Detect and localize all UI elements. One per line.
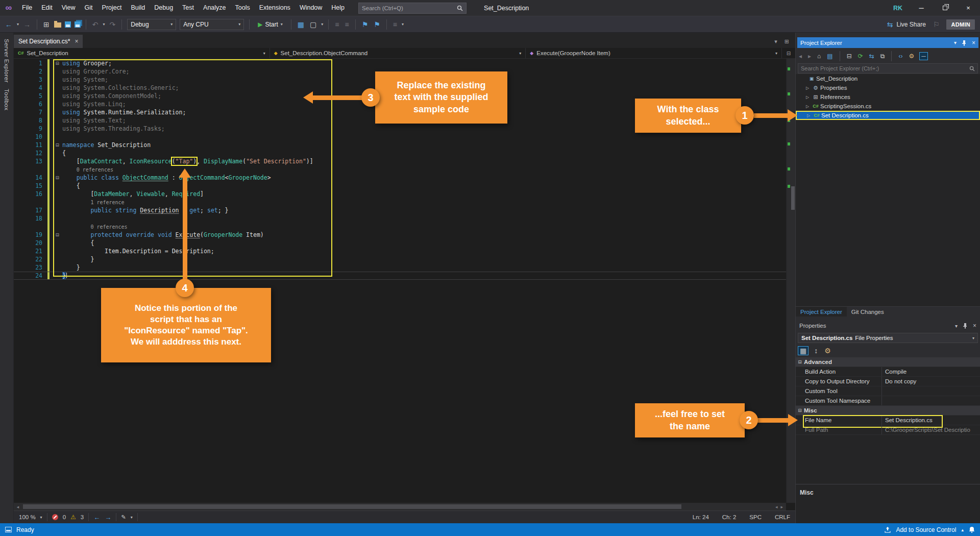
menu-test[interactable]: Test: [178, 0, 199, 16]
property-category-misc[interactable]: ⊟Misc: [796, 406, 980, 416]
save-all-icon[interactable]: [75, 21, 81, 28]
collapse-icon[interactable]: ⊟: [796, 408, 804, 413]
panel-tab-project-explorer[interactable]: Project Explorer: [796, 307, 847, 316]
menu-edit[interactable]: Edit: [37, 0, 57, 16]
chevron-right-icon[interactable]: ▷: [804, 95, 811, 100]
redo-icon[interactable]: ↷: [109, 20, 117, 29]
active-files-dropdown-icon[interactable]: ▾: [774, 38, 777, 45]
feedback-icon[interactable]: ⚐: [932, 20, 941, 29]
tab-toolbox[interactable]: Toolbox: [4, 89, 10, 110]
property-row-build-action[interactable]: Build ActionCompile: [796, 367, 980, 377]
forward-icon[interactable]: ▸: [807, 52, 812, 60]
tree-item-set-description[interactable]: ▣Set_Description: [796, 74, 980, 83]
solution-platform-dropdown[interactable]: Any CPU▾: [180, 19, 244, 30]
error-count[interactable]: 0: [63, 514, 66, 520]
chevron-down-icon[interactable]: ▾: [402, 22, 404, 27]
code-line-22[interactable]: 22 }: [14, 255, 786, 263]
code-line-15[interactable]: 15 {: [14, 182, 786, 190]
chevron-down-icon[interactable]: ▾: [321, 22, 323, 27]
pin-icon[interactable]: [963, 323, 968, 329]
sync-icon[interactable]: ⇆: [868, 52, 875, 60]
quick-search-input[interactable]: Search (Ctrl+Q): [358, 3, 467, 14]
alphabetical-sort-icon[interactable]: ↕: [813, 346, 819, 355]
chevron-down-icon[interactable]: ▾: [775, 51, 777, 56]
document-tab[interactable]: Set Description.cs* ×: [14, 35, 83, 48]
properties-object-dropdown[interactable]: Set Description.cs File Properties ▾: [798, 333, 978, 343]
close-icon[interactable]: ×: [75, 38, 78, 45]
bookmark-view-icon[interactable]: ▤: [826, 52, 834, 60]
close-icon[interactable]: ×: [973, 322, 976, 329]
undo-icon[interactable]: ↶: [91, 20, 100, 29]
properties-header[interactable]: Properties ▾ ×: [796, 321, 980, 331]
menu-analyze[interactable]: Analyze: [199, 0, 230, 16]
chevron-right-icon[interactable]: ▷: [805, 113, 812, 118]
code-line-13[interactable]: 13 [DataContract, IconResource("Tap"), D…: [14, 157, 786, 165]
notifications-bell-icon[interactable]: [969, 526, 975, 533]
more-commands-icon[interactable]: ≡: [392, 20, 398, 29]
navigate-forward-icon[interactable]: →: [105, 514, 111, 521]
account-avatar[interactable]: RK: [886, 5, 910, 12]
property-row-custom-tool[interactable]: Custom Tool: [796, 386, 980, 396]
live-share-button[interactable]: ⇆Live Share: [886, 20, 926, 29]
line-indent-icon[interactable]: ≡: [334, 20, 340, 29]
menu-file[interactable]: File: [17, 0, 37, 16]
undo-dropdown-icon[interactable]: ▾: [103, 22, 105, 27]
warning-count[interactable]: 3: [81, 514, 84, 520]
code-line-21[interactable]: 21 Item.Description = Description;: [14, 247, 786, 255]
home-icon[interactable]: ⌂: [816, 52, 822, 60]
open-folder-icon[interactable]: [54, 22, 61, 28]
add-to-source-control-button[interactable]: Add to Source Control: [896, 526, 956, 533]
tree-item-set-description-cs[interactable]: ▷C#Set Description.cs: [796, 111, 980, 120]
menu-git[interactable]: Git: [80, 0, 97, 16]
navigate-forward-icon[interactable]: →: [22, 20, 32, 29]
menu-view[interactable]: View: [57, 0, 80, 16]
navigate-backward-icon[interactable]: ←: [93, 514, 100, 521]
code-line-18[interactable]: 18: [14, 214, 786, 223]
chevron-down-icon[interactable]: ▾: [519, 51, 521, 56]
code-line-23[interactable]: 23 }: [14, 263, 786, 272]
code-line-20[interactable]: 20 {: [14, 239, 786, 247]
chevron-up-icon[interactable]: ▴: [961, 527, 964, 532]
menu-debug[interactable]: Debug: [150, 0, 178, 16]
scroll-left-icon[interactable]: ◂: [775, 504, 778, 509]
split-window-icon[interactable]: ⊟: [782, 51, 795, 56]
zoom-level[interactable]: 100 %: [19, 514, 36, 520]
line-indicator[interactable]: Ln: 24: [693, 514, 709, 520]
breadcrumb-execute-groopernode-item[interactable]: ◆Execute(GrooperNode Item)▾: [526, 48, 782, 58]
background-tasks-icon[interactable]: [5, 527, 12, 532]
fold-collapse-icon[interactable]: ⊟: [42, 174, 62, 182]
code-line-14[interactable]: 14⊟ public class ObjectCommand : ObjectC…: [14, 174, 786, 182]
back-icon[interactable]: ◂: [798, 52, 803, 60]
chevron-down-icon[interactable]: ▾: [263, 51, 265, 56]
solution-configuration-dropdown[interactable]: Debug▾: [127, 19, 176, 30]
minimize-button[interactable]: ─: [910, 0, 933, 16]
code-line-10[interactable]: 10: [14, 133, 786, 141]
chevron-right-icon[interactable]: ▷: [804, 86, 811, 90]
refresh-icon[interactable]: ⟳: [857, 52, 864, 60]
chevron-down-icon[interactable]: ▾: [40, 515, 42, 520]
start-debugging-button[interactable]: ▶Start▾: [255, 20, 286, 29]
code-line-16[interactable]: 16 [DataMember, Viewable, Required]: [14, 190, 786, 198]
property-pages-icon[interactable]: ⚙: [823, 346, 832, 355]
chevron-down-icon[interactable]: ▾: [955, 323, 958, 329]
vertical-scrollbar[interactable]: [786, 59, 795, 503]
code-line-24[interactable]: 24}: [14, 272, 786, 280]
window-options-icon[interactable]: ⊞: [785, 38, 789, 45]
scrollbar-thumb[interactable]: [23, 504, 681, 509]
navigate-back-icon[interactable]: ←: [4, 20, 13, 29]
horizontal-scrollbar[interactable]: ◂ ◂▸: [14, 503, 786, 510]
new-project-icon[interactable]: ⊞: [42, 20, 51, 29]
code-line-17[interactable]: 17 public string Description { get; set;…: [14, 206, 786, 214]
pin-icon[interactable]: [962, 40, 967, 46]
chevron-down-icon[interactable]: ▾: [131, 515, 133, 520]
line-ending-indicator[interactable]: CRLF: [775, 514, 790, 520]
collapse-all-icon[interactable]: ⊟: [846, 52, 853, 60]
code-line-12[interactable]: 12{: [14, 149, 786, 157]
property-row-file-name[interactable]: File NameSet Description.cs: [796, 416, 980, 425]
categorized-view-icon[interactable]: ▦: [798, 346, 808, 355]
toggle-bookmark-icon[interactable]: ⚑: [361, 20, 370, 29]
properties-wrench-icon[interactable]: ⚙: [908, 52, 915, 60]
code-line-19[interactable]: 19⊟ protected override void Execute(Groo…: [14, 231, 786, 239]
property-row-copy-to-output-directory[interactable]: Copy to Output DirectoryDo not copy: [796, 377, 980, 386]
menu-extensions[interactable]: Extensions: [255, 0, 295, 16]
